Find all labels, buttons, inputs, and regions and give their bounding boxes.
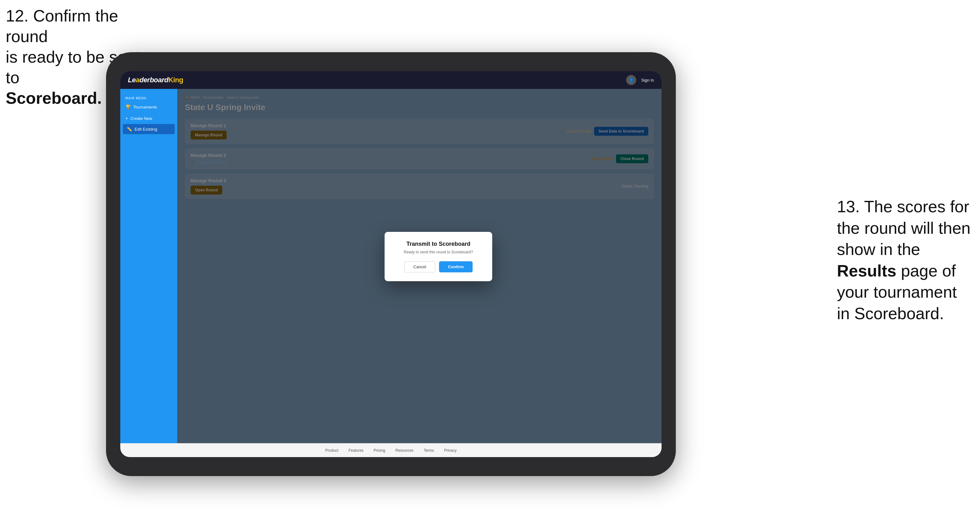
annotation-line3: Scoreboard. (6, 89, 102, 107)
annotation-right-line3: show in the (837, 240, 920, 259)
annotation-right-bold: Results (837, 262, 896, 280)
footer-privacy[interactable]: Privacy (444, 448, 457, 452)
sidebar-item-tournaments[interactable]: 🏆 Tournaments (120, 101, 177, 113)
modal-title: Transmit to Scoreboard (395, 241, 482, 248)
footer-product[interactable]: Product (325, 448, 338, 452)
footer-pricing[interactable]: Pricing (374, 448, 385, 452)
modal-dialog: Transmit to Scoreboard Ready to send thi… (385, 232, 492, 281)
avatar: 👤 (626, 75, 636, 85)
app-header: LeaderboardKing 👤 Sign In (120, 71, 662, 89)
sidebar-label-create-new: Create New (130, 116, 152, 121)
sign-in-button[interactable]: Sign In (641, 78, 654, 83)
tablet-screen: LeaderboardKing 👤 Sign In MAIN MENU 🏆 To… (120, 71, 662, 457)
footer-resources[interactable]: Resources (395, 448, 414, 452)
sidebar-label-edit-existing: Edit Existing (135, 127, 158, 132)
modal-cancel-label: Cancel (414, 264, 426, 269)
sidebar-item-create-new[interactable]: + Create New (120, 113, 177, 124)
annotation-right: 13. The scores for the round will then s… (837, 196, 970, 325)
sidebar-item-edit-existing[interactable]: ✏️ Edit Existing (123, 124, 175, 134)
footer-terms[interactable]: Terms (423, 448, 434, 452)
plus-icon: + (125, 116, 128, 121)
modal-confirm-button[interactable]: Confirm (439, 261, 473, 272)
footer: Product Features Pricing Resources Terms… (120, 443, 662, 457)
logo-leader: Le (128, 76, 136, 84)
logo: LeaderboardKing (128, 76, 183, 84)
logo-accent: a (136, 76, 140, 84)
sidebar-label-tournaments: Tournaments (133, 105, 157, 110)
modal-cancel-button[interactable]: Cancel (404, 261, 435, 272)
sidebar-section-label: MAIN MENU (120, 94, 177, 101)
annotation-right-line5: your tournament (837, 283, 957, 301)
annotation-line1: 12. Confirm the round (6, 6, 118, 46)
annotation-right-line2: the round will then (837, 219, 970, 237)
sidebar: MAIN MENU 🏆 Tournaments + Create New ✏️ … (120, 89, 177, 443)
annotation-right-line6: in Scoreboard. (837, 304, 944, 323)
sign-in-label: Sign In (641, 78, 654, 83)
trophy-icon: 🏆 (125, 105, 131, 110)
logo-leader2: derboard (139, 76, 168, 84)
edit-icon: ✏️ (127, 127, 132, 132)
modal-subtitle: Ready to send this round to Scoreboard? (395, 250, 482, 254)
content-area: 🏠 Home › Tournaments › State U Spring In… (177, 89, 662, 443)
modal-buttons: Cancel Confirm (395, 261, 482, 272)
logo-king: King (169, 76, 183, 84)
modal-overlay: Transmit to Scoreboard Ready to send thi… (177, 89, 662, 443)
footer-features[interactable]: Features (348, 448, 363, 452)
annotation-right-line1: 13. The scores for (837, 197, 969, 216)
logo-area: LeaderboardKing (128, 76, 183, 84)
annotation-right-line4: page of (901, 262, 956, 280)
main-layout: MAIN MENU 🏆 Tournaments + Create New ✏️ … (120, 89, 662, 443)
header-right: 👤 Sign In (626, 75, 654, 85)
tablet-frame: LeaderboardKing 👤 Sign In MAIN MENU 🏆 To… (106, 52, 676, 476)
modal-confirm-label: Confirm (448, 264, 464, 269)
